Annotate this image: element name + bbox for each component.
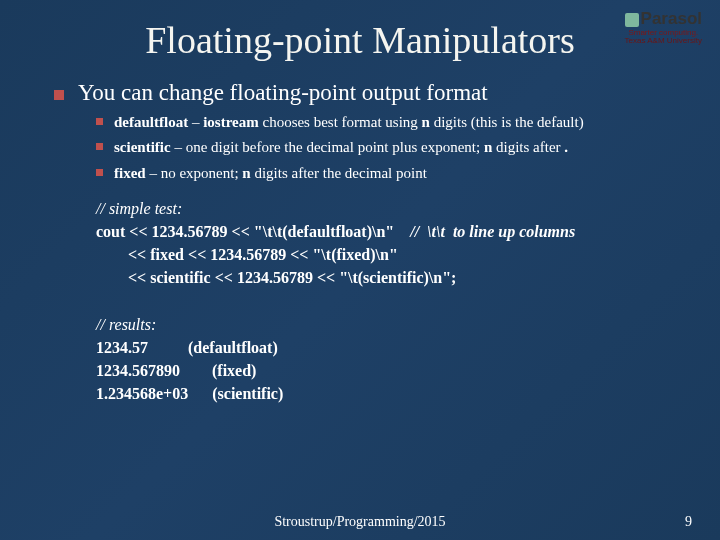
slide-content: You can change floating-point output for… [0,62,720,405]
page-number: 9 [685,514,692,530]
slide-title: Floating-point Manipulators [0,0,720,62]
sub-bullet-item: scientific – one digit before the decima… [96,137,680,157]
sub-bullet-item: defaultfloat – iostream chooses best for… [96,112,680,132]
logo-accent-icon [625,13,639,27]
code-comment: // simple test: [96,197,680,220]
result-line: 1234.57 (defaultfloat) [96,336,680,359]
result-line: 1234.567890 (fixed) [96,359,680,382]
result-line: 1.234568e+03 (scientific) [96,382,680,405]
code-comment: // results: [96,313,680,336]
code-block: // simple test: cout << 1234.56789 << "\… [96,197,680,406]
code-line: << fixed << 1234.56789 << "\t(fixed)\n" [96,243,680,266]
main-bullet-text: You can change floating-point output for… [78,80,488,105]
code-line: << scientific << 1234.56789 << "\t(scien… [96,266,680,289]
logo-affiliation: Texas A&M University [625,37,702,45]
logo: Parasol Smarter computing. Texas A&M Uni… [625,10,702,45]
main-bullet-item: You can change floating-point output for… [54,80,680,183]
code-line: cout << 1234.56789 << "\t\t(defaultfloat… [96,220,680,243]
code-blank [96,290,680,313]
sub-bullet-item: fixed – no exponent; n digits after the … [96,163,680,183]
footer-text: Stroustrup/Programming/2015 [0,514,720,530]
logo-brand: Parasol [641,9,702,28]
